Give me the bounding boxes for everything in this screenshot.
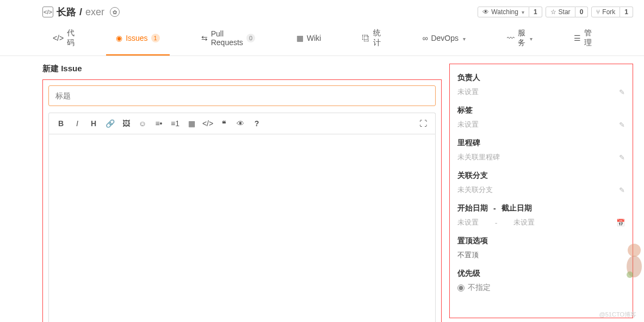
chevron-down-icon xyxy=(529,34,532,42)
tab-services[interactable]: 〰 服务 xyxy=(497,23,542,55)
quote-button[interactable]: ❝ xyxy=(216,116,232,131)
branch-value: 未关联分支 xyxy=(457,185,493,195)
devops-icon: ∞ xyxy=(422,34,428,42)
emoji-button[interactable]: ☺ xyxy=(135,116,150,131)
priority-none-radio[interactable] xyxy=(457,284,465,292)
watching-label: Watching xyxy=(491,8,518,16)
edit-icon[interactable]: ✎ xyxy=(619,186,625,194)
ol-button[interactable]: ≡1 xyxy=(168,116,183,131)
tab-label: 服务 xyxy=(518,28,525,48)
priority-none-label: 不指定 xyxy=(468,283,491,293)
sticky-value[interactable]: 不置顶 xyxy=(457,250,479,260)
tab-label: Pull Requests xyxy=(211,29,243,47)
watermark: @51CTO博客 xyxy=(599,311,636,319)
star-button[interactable]: ☆ Star xyxy=(546,7,575,17)
stats-icon: ⿻ xyxy=(362,34,370,42)
badge-icon: ✿ xyxy=(110,7,120,17)
sidebar: 负责人 未设置 ✎ 标签 未设置 ✎ 里程碑 未关联里程碑 ✎ 关联分支 未关联… xyxy=(449,64,633,318)
wiki-icon: ▦ xyxy=(296,34,304,42)
calendar-icon[interactable]: 📅 xyxy=(616,219,625,227)
start-date-value[interactable]: 未设置 xyxy=(457,218,479,227)
bold-button[interactable]: B xyxy=(53,116,69,131)
milestone-value: 未关联里程碑 xyxy=(457,152,500,162)
milestone-label: 里程碑 xyxy=(457,138,625,148)
end-date-value[interactable]: 未设置 xyxy=(513,218,535,227)
branch-label: 关联分支 xyxy=(457,171,625,181)
pr-icon: ⇆ xyxy=(201,34,208,42)
tab-pull-requests[interactable]: ⇆ Pull Requests 0 xyxy=(191,23,265,55)
image-button[interactable]: 🖼 xyxy=(119,116,134,131)
tab-stats[interactable]: ⿻ 统计 xyxy=(352,23,391,55)
watching-count[interactable]: 1 xyxy=(529,7,542,17)
ul-button[interactable]: ≡• xyxy=(151,116,166,131)
owner-link[interactable]: 长路 xyxy=(57,5,76,18)
tab-manage[interactable]: ☰ 管理 xyxy=(564,23,602,55)
editor-toolbar: B I H 🔗 🖼 ☺ ≡• ≡1 ▦ </> ❝ 👁 ? ⛶ xyxy=(48,113,436,134)
fork-icon: ⑂ xyxy=(596,8,600,16)
star-count[interactable]: 0 xyxy=(575,7,589,17)
heading-button[interactable]: H xyxy=(86,116,101,131)
tab-issues[interactable]: ◉ Issues 1 xyxy=(106,23,170,55)
breadcrumb: </> 长路 / exer ✿ xyxy=(42,5,120,18)
tab-label: 代码 xyxy=(67,28,75,48)
editor-textarea[interactable] xyxy=(48,134,436,322)
watching-button[interactable]: 👁 Watching xyxy=(478,7,529,17)
chevron-down-icon xyxy=(462,34,466,42)
table-button[interactable]: ▦ xyxy=(184,116,199,131)
italic-button[interactable]: I xyxy=(70,116,85,131)
dates-label: 开始日期 - 截止日期 xyxy=(457,203,625,213)
repo-icon: </> xyxy=(42,7,53,17)
issue-form-box: B I H 🔗 🖼 ☺ ≡• ≡1 ▦ </> ❝ 👁 ? ⛶ xyxy=(42,79,442,322)
code-icon: </> xyxy=(53,34,64,42)
breadcrumb-sep: / xyxy=(79,7,82,18)
edit-icon[interactable]: ✎ xyxy=(619,121,625,129)
page-title: 新建 Issue xyxy=(42,64,442,74)
sticky-label: 置顶选项 xyxy=(457,236,625,246)
pr-count-badge: 0 xyxy=(246,34,255,42)
fork-button[interactable]: ⑂ Fork xyxy=(591,7,620,17)
start-date-label: 开始日期 xyxy=(457,203,488,213)
edit-icon[interactable]: ✎ xyxy=(619,88,625,96)
help-button[interactable]: ? xyxy=(249,116,264,131)
tab-label: Wiki xyxy=(307,34,321,42)
tab-label: DevOps xyxy=(431,34,459,42)
end-date-label: 截止日期 xyxy=(501,203,532,213)
chevron-down-icon xyxy=(521,8,524,16)
issue-title-input[interactable] xyxy=(48,85,436,106)
repo-link[interactable]: exer xyxy=(85,7,104,18)
manage-icon: ☰ xyxy=(574,34,581,42)
tab-label: 统计 xyxy=(373,28,381,48)
tab-label: 管理 xyxy=(584,28,592,48)
tab-label: Issues xyxy=(126,34,147,42)
issue-icon: ◉ xyxy=(116,34,122,42)
assignee-label: 负责人 xyxy=(457,73,625,83)
priority-label: 优先级 xyxy=(457,269,625,278)
fullscreen-button[interactable]: ⛶ xyxy=(416,116,431,131)
link-button[interactable]: 🔗 xyxy=(102,116,117,131)
tab-wiki[interactable]: ▦ Wiki xyxy=(287,23,331,55)
issues-count-badge: 1 xyxy=(151,34,160,42)
eye-icon: 👁 xyxy=(482,8,489,16)
services-icon: 〰 xyxy=(507,34,515,42)
star-icon: ☆ xyxy=(550,8,556,16)
assignee-value: 未设置 xyxy=(457,87,479,97)
tab-code[interactable]: </> 代码 xyxy=(43,23,84,55)
code-button[interactable]: </> xyxy=(200,116,215,131)
labels-value: 未设置 xyxy=(457,120,479,129)
star-label: Star xyxy=(559,8,571,16)
preview-button[interactable]: 👁 xyxy=(233,116,248,131)
fork-count[interactable]: 1 xyxy=(620,7,633,17)
fork-label: Fork xyxy=(602,8,615,16)
labels-label: 标签 xyxy=(457,106,625,115)
tab-devops[interactable]: ∞ DevOps xyxy=(412,23,475,55)
edit-icon[interactable]: ✎ xyxy=(619,153,625,162)
